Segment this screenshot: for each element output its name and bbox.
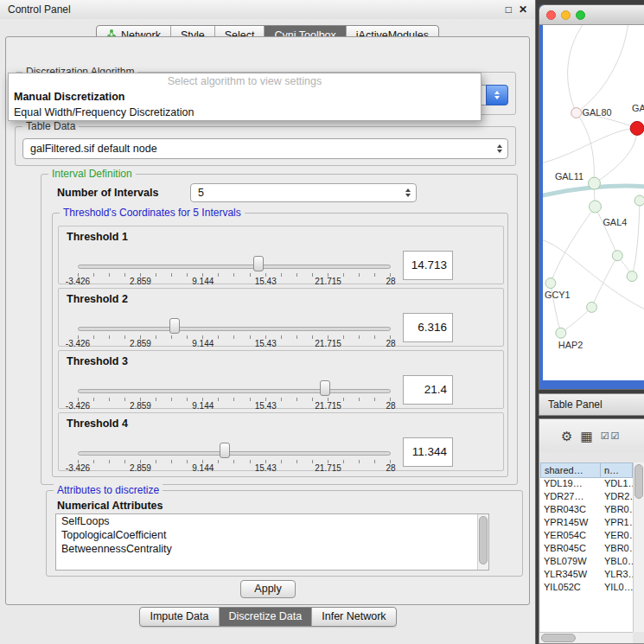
node-gcy1[interactable]: [545, 278, 556, 289]
number-of-intervals-combobox[interactable]: 5: [190, 183, 417, 202]
node[interactable]: [587, 302, 597, 312]
bottom-tab-bar: Impute Data Discretize Data Infer Networ…: [0, 607, 536, 627]
combo-arrows[interactable]: [405, 188, 411, 197]
cell: YDL19…: [540, 478, 601, 491]
threshold-1-value-field[interactable]: 14.713: [403, 251, 453, 280]
table-vertical-scrollbar[interactable]: [633, 462, 644, 632]
dropdown-option-manual[interactable]: Manual Discretization: [9, 89, 481, 105]
table-row[interactable]: YER054CYER0…: [540, 530, 633, 543]
cell: YBR043C: [540, 504, 601, 517]
selected-node-red[interactable]: [630, 121, 644, 135]
combo-arrows[interactable]: [486, 85, 508, 105]
list-scrollbar[interactable]: [477, 514, 488, 570]
threshold-4-slider[interactable]: [78, 441, 391, 458]
table-row[interactable]: YDL19…YDL1…: [540, 478, 633, 491]
table-panel-window: ⚙ ▦ ☑ ☑ shared… n… YDL19…YDL1… YDR27…YDR…: [539, 418, 644, 644]
table-data-combobox[interactable]: galFiltered.sif default node: [22, 138, 508, 159]
zoom-traffic-light-icon[interactable]: [576, 10, 585, 20]
minimize-traffic-light-icon[interactable]: [561, 10, 571, 20]
list-item[interactable]: BetweennessCentrality: [56, 542, 488, 556]
group-title: Interval Definition: [48, 168, 136, 180]
float-window-icon[interactable]: □: [506, 4, 512, 15]
scrollbar-thumb[interactable]: [479, 516, 488, 564]
cell: YER054C: [540, 530, 601, 543]
threshold-2-slider[interactable]: [78, 316, 391, 334]
node-hap2[interactable]: [556, 328, 566, 338]
select-none-checkbox-icon[interactable]: ☑: [611, 431, 620, 441]
column-header-name[interactable]: n…: [601, 462, 633, 478]
network-canvas[interactable]: GAL80 GA GAL11 GAL4 GCY1 HAP2: [543, 25, 644, 380]
node[interactable]: [612, 251, 622, 261]
node-gal80[interactable]: [571, 108, 582, 118]
slider-track[interactable]: [78, 451, 391, 456]
slider-thumb[interactable]: [320, 380, 330, 396]
node-label: GAL4: [603, 217, 627, 227]
tab-infer-network[interactable]: Infer Network: [311, 608, 395, 626]
threshold-3-value-field[interactable]: 21.4: [403, 375, 453, 405]
slider-thumb[interactable]: [220, 443, 230, 458]
tick-label: 28: [386, 277, 395, 286]
dropdown-placeholder-item[interactable]: Select algorithm to view settings: [9, 73, 481, 89]
cell: YBR045C: [540, 543, 601, 556]
table-row[interactable]: YBL079WYBL0…: [540, 556, 633, 569]
select-all-checkbox-icon[interactable]: ☑: [601, 431, 609, 441]
tick-label: 21.715: [315, 463, 341, 473]
node-gal11[interactable]: [589, 177, 601, 189]
close-traffic-light-icon[interactable]: [546, 10, 556, 20]
node-gal4[interactable]: [590, 201, 602, 213]
arrow-down-icon: [405, 194, 411, 197]
tick-label: 9.144: [192, 339, 214, 348]
slider-track[interactable]: [78, 327, 391, 331]
network-view-window: GAL80 GA GAL11 GAL4 GCY1 HAP2: [539, 4, 644, 390]
arrow-up-icon: [405, 188, 411, 192]
node[interactable]: [634, 195, 644, 206]
list-item[interactable]: TopologicalCoefficient: [56, 528, 488, 542]
scrollbar-thumb[interactable]: [634, 464, 643, 499]
list-item[interactable]: SelfLoops: [56, 514, 488, 528]
threshold-3-slider[interactable]: [78, 379, 391, 396]
table-row[interactable]: YPR145WYPR1…: [540, 517, 633, 530]
slider-thumb[interactable]: [253, 256, 264, 271]
table-row[interactable]: YLR345WYLR3…: [540, 569, 633, 582]
columns-icon[interactable]: ▦: [580, 430, 592, 443]
tab-discretize-data[interactable]: Discretize Data: [219, 608, 312, 626]
gear-icon[interactable]: ⚙: [561, 430, 572, 443]
tick-label: 21.715: [315, 277, 341, 286]
table-row[interactable]: YIL052CYIL0…: [540, 582, 633, 595]
apply-button[interactable]: Apply: [240, 580, 296, 598]
node[interactable]: [627, 271, 637, 282]
table-toolbar: ⚙ ▦ ☑ ☑: [539, 419, 644, 452]
column-header-shared-name[interactable]: shared…: [540, 462, 601, 478]
control-panel-window: Control Panel □ ✕ Network Style Select C…: [0, 0, 536, 644]
tab-label: Infer Network: [322, 610, 386, 622]
threshold-4-value-field[interactable]: 11.344: [403, 437, 453, 467]
slider-scale: -3.426 2.859 9.144 15.43 21.715 28: [78, 339, 391, 348]
dropdown-option-equal-width[interactable]: Equal Width/Frequency Discretization: [9, 105, 481, 120]
tab-impute-data[interactable]: Impute Data: [140, 608, 218, 626]
cell: YPR145W: [540, 517, 601, 530]
tick-label: 15.43: [255, 401, 277, 411]
group-title: Table Data: [22, 120, 79, 132]
combo-arrows[interactable]: [497, 144, 502, 153]
arrow-down-icon: [494, 96, 500, 99]
algorithm-dropdown-popup: Select algorithm to view settings Manual…: [8, 73, 481, 121]
network-window-titlebar: [539, 5, 644, 25]
slider-track[interactable]: [78, 265, 391, 269]
scrollbar-thumb[interactable]: [541, 634, 576, 642]
threshold-2-value-field[interactable]: 6.316: [403, 313, 453, 342]
table-row[interactable]: YDR27…YDR2…: [540, 491, 633, 504]
arrow-down-icon: [497, 150, 502, 153]
slider-track[interactable]: [78, 389, 391, 393]
arrow-up-icon: [497, 144, 502, 148]
table-horizontal-scrollbar[interactable]: [539, 632, 633, 643]
table-row[interactable]: YBR043CYBR0…: [540, 504, 633, 517]
threshold-1-slider[interactable]: [78, 254, 391, 271]
table-row[interactable]: YBR045CYBR0…: [540, 543, 633, 556]
group-title: Threshold's Coordinates for 5 Intervals: [60, 207, 245, 219]
cell: YPR1…: [601, 517, 633, 530]
slider-scale: -3.426 2.859 9.144 15.43 21.715 28: [78, 277, 391, 286]
slider-thumb[interactable]: [169, 318, 180, 334]
tick-label: 28: [386, 463, 395, 473]
tick-label: 2.859: [130, 339, 151, 348]
close-icon[interactable]: ✕: [519, 4, 527, 15]
